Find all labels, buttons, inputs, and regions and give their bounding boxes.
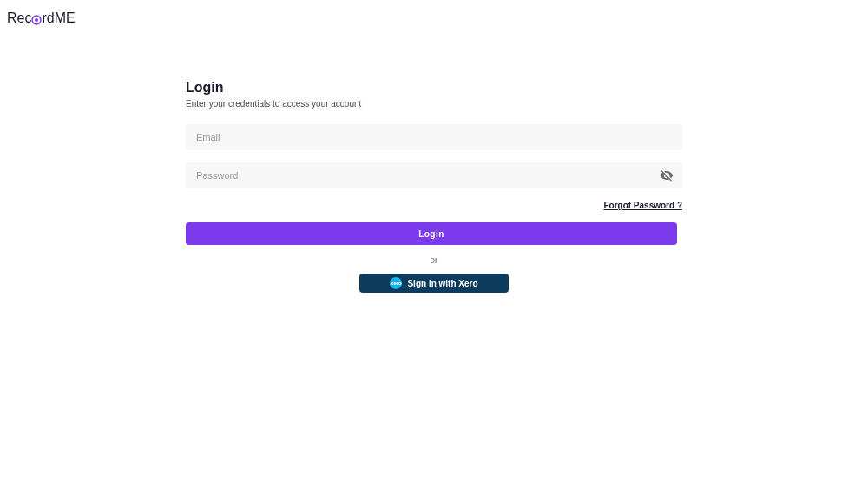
login-button[interactable]: Login <box>186 222 677 245</box>
logo-text-2: rdME <box>42 10 75 25</box>
xero-icon: xero <box>390 277 402 289</box>
password-visibility-toggle[interactable] <box>660 169 674 182</box>
svg-point-1 <box>35 18 38 22</box>
eye-off-icon <box>660 169 674 182</box>
xero-signin-button[interactable]: xero Sign In with Xero <box>359 274 509 293</box>
or-divider: or <box>186 255 682 265</box>
login-container: Login Enter your credentials to access y… <box>186 80 682 293</box>
password-input-group <box>186 162 682 188</box>
xero-button-label: Sign In with Xero <box>407 279 477 288</box>
email-field[interactable] <box>186 124 682 150</box>
page-title: Login <box>186 80 682 96</box>
logo-text-1: Rec <box>7 10 31 25</box>
logo: RecrdME <box>0 0 868 36</box>
forgot-password-link[interactable]: Forgot Password ? <box>186 201 682 210</box>
password-field[interactable] <box>186 162 682 188</box>
email-input-group <box>186 124 682 150</box>
page-subtitle: Enter your credentials to access your ac… <box>186 99 682 109</box>
logo-icon <box>31 13 42 23</box>
